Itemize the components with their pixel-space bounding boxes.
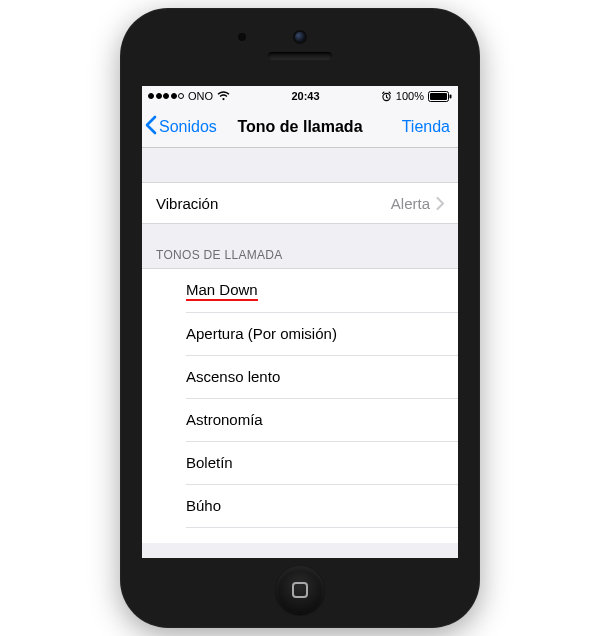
svg-rect-2 [430, 93, 447, 100]
battery-percent-label: 100% [396, 90, 424, 102]
ringtone-row-cutoff[interactable] [142, 527, 458, 543]
ringtone-label: Boletín [186, 454, 233, 471]
wifi-icon [217, 91, 230, 101]
front-camera [295, 32, 305, 42]
svg-rect-3 [450, 94, 452, 98]
vibration-value: Alerta [391, 195, 444, 212]
store-button[interactable]: Tienda [402, 118, 450, 136]
earpiece-speaker [268, 52, 332, 60]
ringtones-section-header: TONOS DE LLAMADA [142, 224, 458, 269]
chevron-left-icon [144, 115, 158, 139]
signal-strength-icon [148, 93, 184, 99]
back-label: Sonidos [159, 118, 217, 136]
ringtone-row-ascenso-lento[interactable]: Ascenso lento [142, 355, 458, 398]
ringtone-row-buho[interactable]: Búho [142, 484, 458, 527]
ringtone-row-astronomia[interactable]: Astronomía [142, 398, 458, 441]
ringtone-row-apertura[interactable]: Apertura (Por omisión) [142, 312, 458, 355]
back-button[interactable]: Sonidos [144, 115, 217, 139]
nav-bar: Sonidos Tono de llamada Tienda [142, 106, 458, 148]
ringtone-row-boletin[interactable]: Boletín [142, 441, 458, 484]
chevron-right-icon [436, 197, 444, 210]
screen: ONO 20:43 100% Son [142, 86, 458, 558]
ringtone-label: Búho [186, 497, 221, 514]
carrier-label: ONO [188, 90, 213, 102]
content-scroll[interactable]: Vibración Alerta TONOS DE LLAMADA Man Do… [142, 148, 458, 558]
alarm-clock-icon [381, 91, 392, 102]
vibration-row[interactable]: Vibración Alerta [142, 182, 458, 224]
ringtone-row-man-down[interactable]: Man Down [142, 269, 458, 312]
proximity-sensor [238, 33, 246, 41]
status-right: 100% [381, 90, 452, 102]
ringtone-label: Ascenso lento [186, 368, 280, 385]
vibration-label: Vibración [156, 195, 218, 212]
battery-icon [428, 91, 452, 102]
home-button-icon [292, 582, 308, 598]
status-bar: ONO 20:43 100% [142, 86, 458, 106]
ringtone-label: Astronomía [186, 411, 263, 428]
home-button[interactable] [276, 566, 324, 614]
ringtone-label: Man Down [186, 281, 258, 301]
ringtone-label: Apertura (Por omisión) [186, 325, 337, 342]
section-spacer [142, 148, 458, 182]
status-left: ONO [148, 90, 230, 102]
phone-frame: ONO 20:43 100% Son [120, 8, 480, 628]
page-title: Tono de llamada [237, 118, 362, 136]
status-time: 20:43 [291, 90, 319, 102]
phone-bezel-top [120, 8, 480, 86]
